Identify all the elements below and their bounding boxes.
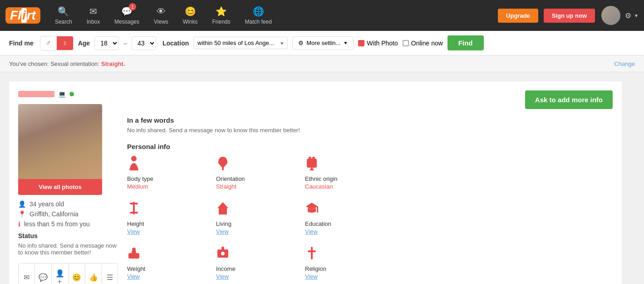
svg-point-14 [132, 248, 136, 251]
message-button[interactable]: ✉ [19, 264, 35, 284]
in-few-words-text: No info shared. Send a message now to kn… [127, 127, 613, 134]
chat-button[interactable]: 💬 [35, 264, 52, 284]
svg-rect-10 [221, 210, 225, 214]
add-friend-button[interactable]: 👤+ [52, 264, 69, 284]
online-now-checkbox-indicator [403, 40, 409, 46]
svg-rect-4 [312, 157, 315, 160]
profile-location: 📍 Griffith, California [18, 210, 118, 218]
svg-rect-3 [309, 157, 311, 160]
main-content: 💻 View all photos 👤 34 years old 📍 Griff… [0, 72, 644, 284]
status-text: No info shared. Send a message now to kn… [18, 242, 118, 256]
living-value[interactable]: View [216, 228, 298, 235]
logo[interactable]: Flirt [5, 7, 40, 24]
nav-item-friends[interactable]: ⭐ Friends [206, 2, 236, 29]
religion-value[interactable]: View [305, 273, 387, 280]
info-item-income: Income View [216, 246, 298, 280]
wink-button[interactable]: 😊 [69, 264, 85, 284]
profile-photo: View all photos [18, 104, 102, 195]
education-label: Education [305, 220, 387, 227]
body-type-icon [127, 156, 209, 174]
profile-name-row: 💻 [18, 90, 118, 98]
svg-point-0 [131, 156, 137, 161]
ethnic-origin-icon [305, 156, 387, 174]
religion-label: Religion [305, 265, 387, 272]
avatar[interactable] [601, 6, 620, 25]
income-value[interactable]: View [216, 273, 298, 280]
age-to-select[interactable]: 43 [132, 36, 156, 50]
ask-more-info-button[interactable]: Ask to add more info [525, 90, 613, 109]
gender-female-button[interactable]: ♀ [57, 36, 73, 50]
inbox-icon: ✉ [89, 6, 97, 17]
info-item-height: Height View [127, 201, 209, 235]
age-label: Age [78, 40, 90, 47]
income-label: Income [216, 265, 298, 272]
nav-item-inbox[interactable]: ✉ Inbox [80, 2, 106, 29]
weight-icon [127, 246, 209, 264]
search-bar: Find me ♂ ♀ Age 18 – 43 Location within … [0, 31, 644, 55]
orientation-value[interactable]: Straight [216, 183, 298, 190]
svg-rect-19 [308, 250, 316, 252]
online-dot [69, 92, 74, 96]
nav-item-messages[interactable]: 💬 1 Messages [108, 2, 146, 29]
profile-left: 💻 View all photos 👤 34 years old 📍 Griff… [18, 90, 118, 284]
orientation-label: Orientation [216, 175, 298, 182]
height-label: Height [127, 220, 209, 227]
nav-dropdown-icon[interactable]: ▼ [634, 13, 639, 18]
profile-age: 👤 34 years old [18, 200, 118, 208]
orientation-key: Sexual orientation: [50, 60, 99, 67]
nav-item-matchfeed[interactable]: 🌐 Match feed [238, 2, 278, 29]
orientation-value[interactable]: Straight. [101, 60, 125, 67]
body-type-label: Body type [127, 175, 209, 182]
svg-point-16 [221, 252, 225, 255]
body-type-value[interactable]: Medium [127, 183, 209, 190]
settings-icon[interactable]: ⚙ [625, 11, 631, 20]
view-photos-button[interactable]: View all photos [18, 179, 102, 195]
weight-label: Weight [127, 265, 209, 272]
income-icon [216, 246, 298, 264]
education-icon [305, 201, 387, 219]
gender-male-button[interactable]: ♂ [40, 36, 57, 50]
profile-card: 💻 View all photos 👤 34 years old 📍 Griff… [9, 81, 622, 284]
winks-icon: 😊 [185, 6, 196, 17]
age-dash: – [123, 40, 127, 47]
ethnic-origin-value[interactable]: Caucasian [305, 183, 387, 190]
gender-toggle: ♂ ♀ [40, 36, 74, 50]
orientation-prefix: You've chosen: [9, 60, 49, 67]
top-nav: Flirt 🔍 Search ✉ Inbox 💬 1 Messages 👁 Vi… [0, 0, 644, 31]
location-pin-icon: 📍 [18, 210, 26, 218]
signup-button[interactable]: Sign up now [544, 9, 595, 23]
weight-value[interactable]: View [127, 273, 209, 280]
orientation-icon [216, 156, 298, 174]
nav-item-search[interactable]: 🔍 Search [49, 2, 79, 29]
religion-icon [305, 246, 387, 264]
svg-rect-12 [317, 206, 318, 213]
height-icon [127, 201, 209, 219]
more-settings-button[interactable]: ⚙ More settin... ▼ [292, 36, 354, 50]
svg-rect-2 [307, 159, 317, 168]
education-value[interactable]: View [305, 228, 387, 235]
upgrade-button[interactable]: Upgrade [498, 9, 538, 23]
online-now-label[interactable]: Online now [403, 40, 443, 47]
nav-item-winks[interactable]: 😊 Winks [177, 2, 204, 29]
age-from-select[interactable]: 18 [94, 36, 119, 50]
with-photo-label[interactable]: With Photo [358, 40, 398, 47]
svg-rect-8 [130, 212, 138, 214]
more-settings-dropdown-icon: ▼ [343, 40, 348, 45]
change-link[interactable]: Change [614, 60, 635, 67]
device-icon: 💻 [58, 90, 66, 98]
like-button[interactable]: 👍 [85, 264, 102, 284]
action-buttons: ✉ 💬 👤+ 😊 👍 ☰ [18, 263, 118, 284]
nav-item-views[interactable]: 👁 Views [147, 3, 175, 29]
views-icon: 👁 [157, 6, 166, 17]
messages-icon: 💬 1 [121, 6, 133, 17]
location-select[interactable]: within 50 miles of Los Ange... [193, 37, 288, 49]
info-item-weight: Weight View [127, 246, 209, 280]
in-few-words: In a few words No info shared. Send a me… [127, 116, 613, 134]
height-value[interactable]: View [127, 228, 209, 235]
info-item-education: Education View [305, 201, 387, 235]
svg-rect-13 [128, 253, 139, 259]
profile-details: 👤 34 years old 📍 Griffith, California ℹ … [18, 200, 118, 228]
find-button[interactable]: Find [447, 35, 484, 50]
svg-rect-7 [130, 203, 138, 204]
more-button[interactable]: ☰ [102, 264, 118, 284]
